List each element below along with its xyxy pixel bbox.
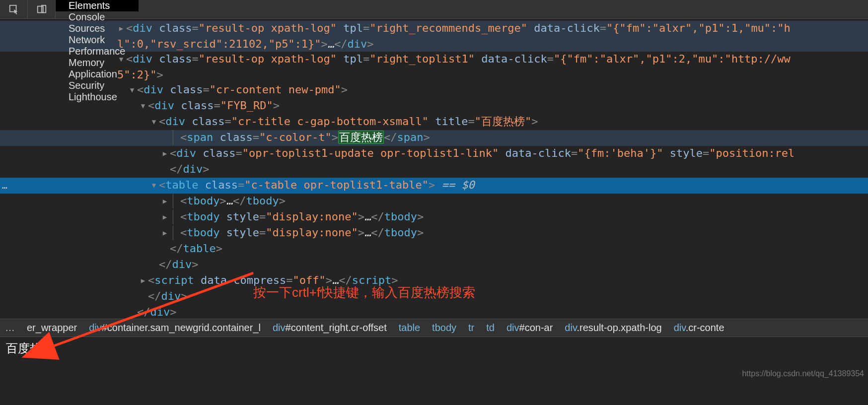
- elements-search-input[interactable]: [6, 341, 304, 355]
- breadcrumb-item[interactable]: table: [399, 322, 420, 334]
- expand-arrow-icon[interactable]: [161, 225, 169, 240]
- breadcrumb-item[interactable]: div#container.sam_newgrid.container_l: [89, 322, 261, 334]
- watermark-text: https://blog.csdn.net/qq_41389354: [742, 369, 864, 378]
- breadcrumb-item[interactable]: div#content_right.cr-offset: [273, 322, 387, 334]
- dom-tree-line[interactable]: <div class="cr-content new-pmd">: [0, 82, 868, 98]
- search-highlight: 百度热榜: [338, 131, 384, 144]
- elements-search-bar: [0, 337, 868, 359]
- dom-tree-line[interactable]: <table class="c-table opr-toplist1-table…: [0, 178, 868, 194]
- dom-tree-line[interactable]: <div class="FYB_RD">: [0, 98, 868, 114]
- breadcrumb-item[interactable]: tbody: [432, 322, 456, 334]
- dom-tree-line[interactable]: <span class="c-color-t">百度热榜</span>: [0, 130, 868, 146]
- devtools-tabs: ElementsConsoleSourcesNetworkPerformance…: [56, 0, 139, 18]
- expand-arrow-icon[interactable]: [117, 52, 125, 67]
- expand-arrow-icon[interactable]: [117, 21, 125, 36]
- dom-tree-line[interactable]: <div class="result-op xpath-log" tpl="ri…: [0, 52, 868, 68]
- expand-arrow-icon[interactable]: [139, 273, 147, 288]
- dom-tree-line[interactable]: </div>: [0, 162, 868, 178]
- dom-tree-line[interactable]: <div class="cr-title c-gap-bottom-xsmall…: [0, 114, 868, 130]
- dom-tree-line[interactable]: </div>: [0, 257, 868, 273]
- dom-tree-line[interactable]: <div class="opr-toplist1-update opr-topl…: [0, 146, 868, 162]
- breadcrumb-item[interactable]: er_wrapper: [27, 322, 77, 334]
- expand-arrow-icon[interactable]: [161, 194, 169, 208]
- dom-tree-line[interactable]: l":0,"rsv_srcid":21102,"p5":1}">…</div>: [0, 37, 868, 52]
- expand-arrow-icon[interactable]: [128, 82, 136, 97]
- expand-arrow-icon[interactable]: [139, 98, 147, 113]
- breadcrumb-item[interactable]: div#con-ar: [506, 322, 553, 334]
- breadcrumb-item[interactable]: div.cr-conte: [674, 322, 724, 334]
- breadcrumb-item[interactable]: div.result-op.xpath-log: [565, 322, 661, 334]
- toggle-device-toolbar-icon[interactable]: [28, 0, 56, 18]
- elements-breadcrumb[interactable]: …er_wrapperdiv#container.sam_newgrid.con…: [0, 319, 868, 337]
- dom-tree-line[interactable]: </table>: [0, 241, 868, 257]
- inspect-element-icon[interactable]: [0, 0, 28, 18]
- elements-dom-tree[interactable]: <div class="result-op xpath-log" tpl="ri…: [0, 19, 868, 319]
- dom-tree-line[interactable]: <div class="result-op xpath-log" tpl="ri…: [0, 21, 868, 37]
- breadcrumb-item[interactable]: td: [486, 322, 495, 334]
- dom-tree-line[interactable]: <tbody style="display:none">…</tbody>: [0, 209, 868, 225]
- breadcrumb-more[interactable]: …: [5, 322, 15, 334]
- dom-tree-line[interactable]: </div>: [0, 305, 868, 319]
- devtools-toolbar: ElementsConsoleSourcesNetworkPerformance…: [0, 0, 868, 19]
- expand-arrow-icon[interactable]: [150, 178, 158, 193]
- tab-elements[interactable]: Elements: [56, 0, 139, 11]
- breadcrumb-item[interactable]: tr: [468, 322, 474, 334]
- svg-rect-1: [37, 6, 43, 12]
- dom-tree-line[interactable]: <tbody>…</tbody>: [0, 194, 868, 209]
- dom-tree-line[interactable]: <tbody style="display:none">…</tbody>: [0, 225, 868, 241]
- expand-arrow-icon[interactable]: [161, 146, 169, 161]
- expand-arrow-icon[interactable]: [150, 114, 158, 129]
- annotation-text: 按一下crtl+f快捷键，输入百度热榜搜索: [253, 284, 475, 301]
- dom-tree-line[interactable]: 5":2}">: [0, 68, 868, 82]
- expand-arrow-icon[interactable]: [161, 209, 169, 224]
